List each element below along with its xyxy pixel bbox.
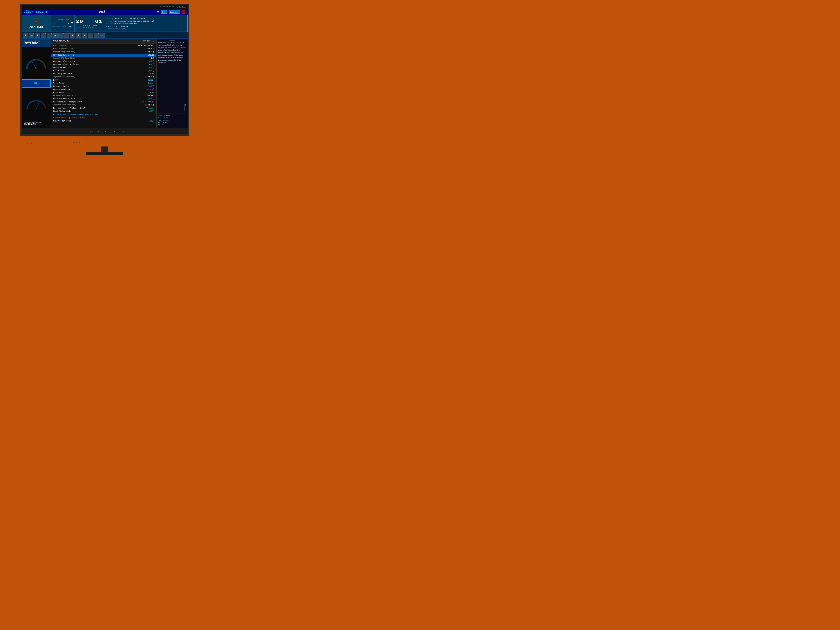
sys-temp-label: Motherboard System <box>52 26 66 27</box>
setting-name-18: Częstotliwość pamięci DRAM <box>53 101 82 103</box>
settings-row-24[interactable]: Memory Fast Boot[AUTO] <box>51 120 156 123</box>
sidebar-item-oc[interactable]: OC <box>22 79 51 88</box>
setting-name-0: Bież. częstotl. CPU <box>53 45 72 47</box>
monitor-btn-3[interactable] <box>79 142 80 143</box>
setting-name-20: Extreme Memory Profile (X.M.P) <box>53 107 86 109</box>
setting-name-6: CPU Base Clock Apply Mo... <box>53 63 82 66</box>
settings-row-20[interactable]: Extreme Memory Profile (X.M.P)[Wyłącz] <box>51 107 156 110</box>
device-usb-4[interactable]: USBu <box>58 33 63 38</box>
bottom-hint-1: ← <box>85 131 86 132</box>
bottom-hint-down: ▼ <box>110 131 111 132</box>
monitor-btn-2[interactable] <box>76 142 77 143</box>
sys-temp-value: 25℃ <box>68 25 73 28</box>
setting-name-19: Adjusted DRAM Frequency <box>53 104 76 106</box>
monitor-frame: FlexScan S2411W ▣ SimEdge Click BIOS 4 m… <box>20 4 189 136</box>
setting-value-20: [Wyłącz] <box>145 107 154 109</box>
f12-button[interactable]: F12 <box>161 11 167 14</box>
settings-row-16[interactable]: Adjusted Ring Frequency3500 MHz <box>51 94 156 97</box>
mflash-subtitle: Flash/Save BIOS by USB <box>24 122 49 123</box>
settings-row-2[interactable]: Current Ring Frequency3500 MHz <box>51 51 156 54</box>
setting-value-5: [AUTO] <box>148 60 154 62</box>
settings-row-8[interactable]: Filter PLL[AUTO] <box>51 69 156 72</box>
settings-row-4[interactable]: Current CPU Base Cl...1.0 <box>51 57 156 60</box>
device-bar: 💾u USBu 💿 USBu USBu 📁 USBu USBu 💿 💿 💾 US… <box>22 32 188 39</box>
settings-row-5[interactable]: CPU Base Clock Strap[AUTO] <box>51 60 156 63</box>
cpu-temp-row: CPU 41℃ <box>52 22 73 25</box>
settings-row-10[interactable]: Adjusted CPU Frequency3500 MHz <box>51 76 156 79</box>
device-hdd-2[interactable]: 💾 <box>82 33 87 38</box>
device-cd-2[interactable]: 💿 <box>70 33 75 38</box>
setting-value-10: 3500 MHz <box>145 76 154 78</box>
nav-hints: ↑↓←→: Przesuń Enter: Wybierz +/-: Wartoś… <box>158 113 186 126</box>
setting-name-10: Adjusted CPU Frequency <box>53 76 75 78</box>
device-usb-5[interactable]: USBu <box>64 33 69 38</box>
camera-icon: 📷 <box>157 11 159 13</box>
setting-value-15: Auto <box>150 92 154 94</box>
sidebar-item-settings[interactable]: Motherboard settings SETTINGS ⚒ <box>22 39 51 47</box>
device-hdd-1[interactable]: 💾u <box>23 33 28 38</box>
device-usb-3[interactable]: USBu <box>47 33 52 38</box>
settings-row-1[interactable]: Bież. częstotl. DRAM1600 MHz <box>51 47 156 51</box>
cpu-info-section: Intel(R) Core(TM) i7-4770K CPU @ 3.50GHz… <box>104 16 188 32</box>
settings-row-12[interactable]: Tryb Turbo[Włącz] <box>51 82 156 85</box>
setting-name-22: ▶ Konfiguracja zaawansowanej pamięci DRA… <box>53 114 98 116</box>
setting-value-24: [AUTO] <box>148 120 154 122</box>
svg-line-2 <box>36 103 39 109</box>
settings-row-15[interactable]: Ring RatioAuto <box>51 91 156 94</box>
cpu-info-3: Current DRAM Frequency 1600 MHz <box>106 23 185 25</box>
setting-value-14: [Wyłącz] <box>145 88 154 90</box>
setting-name-1: Bież. częstotl. DRAM <box>53 48 73 50</box>
settings-row-0[interactable]: Bież. częstotl. CPU35 × 100.00 MHz <box>51 44 156 47</box>
settings-row-23[interactable]: ▶ DRAM Training Configuration <box>51 116 156 120</box>
settings-row-17[interactable]: DRAM Reference Clock[AUTO] <box>51 97 156 100</box>
sidebar-item-mflash[interactable]: Flash/Save BIOS by USB M-FLASH <box>22 120 51 128</box>
settings-row-6[interactable]: CPU Base Clock Apply Mo...[AUTO] <box>51 63 156 66</box>
setting-value-12: [Włącz] <box>147 82 154 84</box>
device-box[interactable]: ▣ <box>99 33 105 38</box>
monitor-btn-1[interactable] <box>73 142 74 143</box>
bottom-hint-right: ► <box>118 131 120 132</box>
device-cd-1[interactable]: 💿 <box>35 33 40 38</box>
settings-row-9[interactable]: Dostosuj CPU RatioAuto <box>51 72 156 76</box>
stand-neck <box>101 147 108 152</box>
settings-table: Bież. częstotl. CPU35 × 100.00 MHzBież. … <box>51 44 156 128</box>
close-button[interactable]: X <box>182 11 185 14</box>
device-cd-3[interactable]: 💿 <box>76 33 81 38</box>
device-usb-7[interactable]: USBu <box>94 33 99 38</box>
settings-row-13[interactable]: Enhanced Turbo[AUTO] <box>51 85 156 88</box>
sys-temp-row: Motherboard System 25℃ <box>52 25 73 28</box>
settings-row-18[interactable]: Częstotliwość pamięci DRAM[DDR3-1600MHz] <box>51 100 156 104</box>
help-text: Sets the CPU Base clock. You may overclo… <box>158 42 186 103</box>
bottom-hint-dot: • <box>123 131 124 132</box>
setting-name-2: Current Ring Frequency <box>53 51 75 53</box>
language-button[interactable]: Language <box>169 11 180 14</box>
settings-row-11[interactable]: EIST[Włącz] <box>51 79 156 82</box>
bios-container: Click BIOS 4 msi 📷 F12 Language X OCGENI… <box>22 9 188 134</box>
setting-name-12: Tryb Turbo <box>53 82 64 84</box>
setting-value-16: 3500 MHz <box>145 95 154 97</box>
settings-row-21[interactable]: DRAM Timing Mode[AUTO] <box>51 110 156 113</box>
settings-row-19[interactable]: Adjusted DRAM Frequency1600 MHz <box>51 104 156 107</box>
device-folder-1[interactable]: 📁 <box>52 33 58 38</box>
setting-name-8: Filter PLL <box>53 70 64 72</box>
device-usb-2[interactable]: USBu <box>41 33 46 38</box>
settings-row-3[interactable]: CPU Base Clock (MHz)100.00 <box>51 54 156 57</box>
clock-section: 20 : 01 Cz 3 / 7 / 2024 Version E7816IMS… <box>75 16 104 32</box>
setting-name-3: CPU Base Clock (MHz) <box>53 54 75 56</box>
right-panel: Sets the CPU Base clock. You may overclo… <box>156 39 188 128</box>
settings-row-7[interactable]: CPU PCIE PLL[AUTO] <box>51 66 156 69</box>
setting-value-9: Auto <box>150 73 154 75</box>
setting-name-23: ▶ DRAM Training Configuration <box>53 117 85 119</box>
settings-row-22[interactable]: ▶ Konfiguracja zaawansowanej pamięci DRA… <box>51 113 156 116</box>
setting-name-9: Dostosuj CPU Ratio <box>53 73 73 75</box>
oc-genie-icon[interactable]: OCGENIE <box>33 18 39 25</box>
settings-row-14[interactable]: Legacy Tweaking[Wyłącz] <box>51 88 156 91</box>
setting-value-2: 3500 MHz <box>145 51 154 53</box>
device-usb-6[interactable]: USB <box>88 33 93 38</box>
device-usb-1[interactable]: USBu <box>29 33 34 38</box>
setting-value-4: 1.0 <box>151 57 154 59</box>
monitor-extra: ▣ SimEdge <box>177 6 186 8</box>
monitor-btn-power[interactable] <box>81 142 82 143</box>
monitor-stand <box>20 147 189 158</box>
setting-value-13: [AUTO] <box>148 85 154 87</box>
